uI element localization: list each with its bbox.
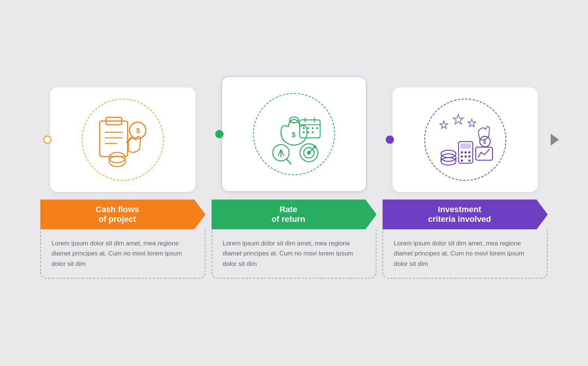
svg-point-45 (465, 155, 467, 158)
label-cash-flows: Cash flows of project (96, 205, 139, 224)
svg-point-22 (312, 131, 314, 133)
arrow-rate-return: Rate of return (212, 199, 377, 229)
desc-investment: Lorem ipsum dolor sit dim amet, mea regi… (382, 229, 548, 279)
dot-purple (386, 136, 394, 144)
card-rate-return: $ (212, 76, 377, 192)
rate-return-icon: $ (260, 100, 328, 168)
svg-point-42 (465, 151, 467, 153)
arrow-investment: Investment criteria involved (382, 199, 548, 229)
right-arrow-indicator (551, 134, 559, 146)
dot-orange (43, 136, 51, 144)
icon-card-cash-flows: $ (50, 87, 196, 192)
svg-text:$: $ (292, 131, 295, 139)
svg-point-44 (461, 155, 463, 158)
arrow-cash-flows: Cash flows of project (40, 199, 206, 229)
investment-icon: ★ ★ ★ (432, 106, 499, 173)
item-cash-flows: Cash flows of project Lorem ipsum dolor … (40, 199, 206, 279)
svg-point-46 (468, 155, 470, 158)
item-rate-return: Rate of return Lorem ipsum dolor sit dim… (212, 199, 377, 279)
svg-point-47 (461, 159, 463, 162)
desc-rate-return: Lorem ipsum dolor sit dim amet, mea regi… (212, 229, 377, 279)
label-rate-return: Rate of return (272, 205, 305, 224)
infographic: $ $ (18, 22, 570, 344)
svg-point-48 (468, 159, 470, 162)
svg-text:★: ★ (439, 119, 448, 131)
dot-green (215, 130, 223, 138)
svg-point-11 (290, 117, 298, 123)
desc-text-investment: Lorem ipsum dolor sit dim amet, mea regi… (394, 238, 537, 269)
svg-point-19 (316, 127, 318, 129)
svg-line-24 (287, 159, 291, 164)
svg-text:★: ★ (452, 112, 464, 127)
top-section: $ $ (18, 87, 570, 192)
icon-card-rate-return: $ (221, 76, 367, 192)
item-investment: Investment criteria involved Lorem ipsum… (382, 199, 548, 279)
svg-rect-0 (100, 121, 128, 156)
svg-rect-40 (460, 143, 471, 149)
svg-text:$: $ (136, 127, 140, 134)
svg-point-43 (468, 151, 470, 153)
card-investment: ★ ★ ★ (382, 87, 548, 192)
card-cash-flows: $ (40, 87, 206, 192)
svg-rect-49 (476, 147, 492, 160)
desc-text-cash-flows: Lorem ipsum dolor sit dim amet, mea regi… (51, 238, 194, 269)
icon-card-investment: ★ ★ ★ (392, 87, 538, 192)
cash-flows-icon: $ (89, 106, 156, 173)
bottom-section: Cash flows of project Lorem ipsum dolor … (18, 199, 570, 279)
label-investment: Investment criteria involved (428, 205, 491, 224)
svg-point-18 (312, 127, 314, 129)
desc-text-rate-return: Lorem ipsum dolor sit dim amet, mea regi… (223, 238, 366, 269)
svg-text:★: ★ (467, 117, 476, 129)
desc-cash-flows: Lorem ipsum dolor sit dim amet, mea regi… (40, 229, 206, 279)
svg-point-17 (307, 127, 309, 129)
svg-point-41 (461, 151, 463, 153)
svg-point-21 (307, 131, 309, 133)
svg-point-20 (303, 131, 305, 133)
svg-point-16 (303, 127, 305, 129)
